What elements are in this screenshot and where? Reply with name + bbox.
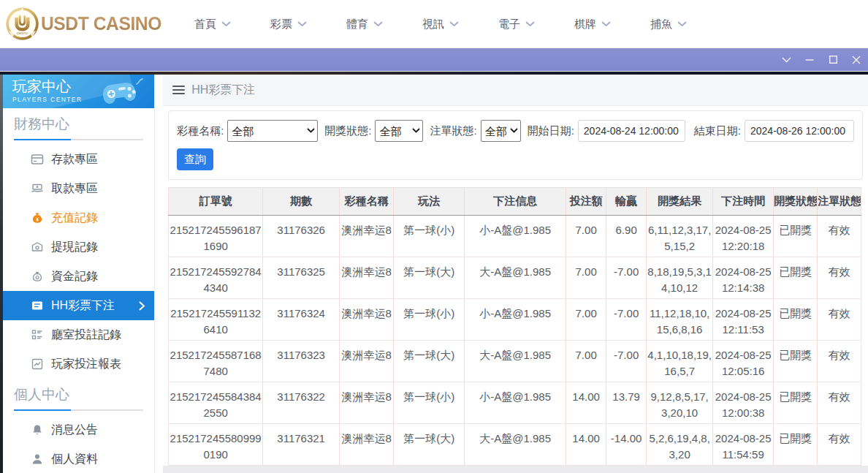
brand-name: USDT CASINO	[41, 12, 161, 35]
window-dropdown-button[interactable]	[774, 48, 798, 71]
lottery-name-select[interactable]: 全部	[227, 120, 318, 142]
sidebar-item-icon	[31, 357, 44, 371]
table-cell: 31176321	[263, 424, 340, 466]
sidebar-section-title: 個人中心	[14, 386, 154, 404]
order-status-select[interactable]: 全部	[481, 120, 521, 142]
chevron-down-icon	[449, 21, 459, 27]
table-footer-strip	[163, 466, 868, 473]
hamburger-menu-icon[interactable]	[172, 86, 185, 94]
column-header: 玩法	[394, 188, 465, 216]
sidebar-item[interactable]: 消息公告	[3, 415, 154, 444]
brand-logo[interactable]: casino USDT CASINO	[5, 7, 168, 41]
sidebar-item-label: 取款專區	[51, 181, 98, 197]
query-button[interactable]: 查詢	[177, 148, 213, 170]
top-nav: 首頁 彩票 體育 視訊	[194, 0, 726, 48]
sidebar-item[interactable]: 個人資料	[3, 444, 154, 473]
top-nav-item-label: 捕魚	[650, 18, 672, 31]
filter-panel: 彩種名稱: 全部 開獎狀態: 全部 注單狀態:	[168, 110, 863, 180]
sidebar-item-label: 充值記錄	[51, 211, 98, 226]
start-date-input[interactable]	[578, 120, 685, 142]
sidebar: 玩家中心 PLAYERS CENTER	[3, 75, 163, 473]
draw-status-label: 開獎狀態:	[324, 124, 371, 138]
sidebar-item-icon	[31, 328, 44, 341]
chevron-down-icon	[525, 21, 535, 27]
top-nav-item-label: 棋牌	[574, 18, 596, 31]
bets-table-header: 訂單號期數彩種名稱玩法下注信息投注額輸贏開獎結果下注時間開獎狀態注單狀態	[169, 188, 861, 216]
top-nav-item-label: 視訊	[422, 18, 444, 31]
table-cell: 6,11,12,3,17,5,15,2	[647, 216, 713, 257]
sidebar-item[interactable]: 存款專區	[3, 145, 154, 174]
sidebar-item-icon	[31, 153, 44, 166]
top-nav-item[interactable]: 首頁	[194, 0, 270, 48]
table-cell: 有效	[818, 257, 861, 299]
table-cell: 已開獎	[774, 341, 818, 382]
sidebar-item[interactable]: 取款專區	[3, 174, 154, 203]
table-cell: 2024-08-25 12:20:18	[713, 216, 774, 257]
sidebar-item[interactable]: 充值記錄	[3, 203, 154, 232]
top-nav-item[interactable]: 棋牌	[574, 0, 650, 48]
top-nav-item[interactable]: 捕魚	[650, 0, 726, 48]
column-header: 期數	[263, 188, 340, 216]
window-maximize-button[interactable]	[821, 48, 845, 71]
column-header: 下注時間	[713, 188, 774, 216]
top-nav-item[interactable]: 電子	[498, 0, 574, 48]
table-cell: 第一球(大)	[394, 424, 465, 466]
sidebar-header: 玩家中心 PLAYERS CENTER	[3, 75, 154, 108]
sidebar-item-label: 廳室投註記錄	[51, 328, 121, 343]
table-cell: 有效	[818, 382, 861, 424]
column-header: 投注額	[566, 188, 606, 216]
table-cell: 2152172455871687480	[169, 341, 263, 382]
maximize-icon	[829, 56, 837, 64]
main-content: HH彩票下注 彩種名稱: 全部 開獎狀態: 全部	[163, 75, 868, 473]
table-cell: 大-A盤@1.985	[465, 424, 566, 466]
table-cell: 6.90	[606, 216, 647, 257]
brand-coin-caption: casino	[17, 31, 28, 35]
table-cell: 澳洲幸运8	[340, 424, 394, 466]
sidebar-item-label: 消息公告	[51, 423, 98, 438]
brand-coin-icon: casino	[5, 7, 39, 41]
table-cell: 14.00	[566, 424, 606, 466]
table-cell: 有效	[818, 216, 861, 257]
table-cell: 2024-08-25 12:11:53	[713, 299, 774, 341]
table-cell: 7.00	[566, 216, 606, 257]
sidebar-section: 個人中心 消息公告 個人資料	[3, 379, 154, 473]
sidebar-section-title: 財務中心	[14, 116, 154, 133]
table-cell: 澳洲幸运8	[340, 257, 394, 299]
bets-table: 訂單號期數彩種名稱玩法下注信息投注額輸贏開獎結果下注時間開獎狀態注單狀態 215…	[168, 187, 861, 466]
sidebar-item[interactable]: 提現記錄	[3, 232, 154, 262]
table-cell: 澳洲幸运8	[340, 299, 394, 341]
table-cell: 11,12,18,10,15,6,8,16	[647, 299, 713, 341]
table-cell: 有效	[818, 341, 861, 382]
top-nav-item[interactable]: 體育	[346, 0, 422, 48]
table-cell: 2152172455843842550	[169, 382, 263, 424]
top-nav-item[interactable]: 視訊	[422, 0, 498, 48]
table-cell: -7.00	[606, 299, 647, 341]
top-nav-item-label: 電子	[498, 18, 520, 31]
table-cell: 2024-08-25 12:05:16	[713, 341, 774, 382]
window-minimize-button[interactable]	[798, 48, 821, 71]
window-close-button[interactable]	[845, 48, 868, 71]
table-cell: 5,2,6,19,4,8,3,20	[647, 424, 713, 466]
window-title-bar	[0, 48, 868, 71]
chevron-down-icon	[373, 21, 383, 27]
table-cell: 有效	[818, 424, 861, 466]
column-header: 開獎狀態	[774, 188, 818, 216]
table-cell: 31176324	[263, 299, 340, 341]
sidebar-item[interactable]: HH彩票下注	[3, 291, 154, 320]
draw-status-select[interactable]: 全部	[375, 120, 423, 142]
chevron-down-icon	[221, 21, 231, 27]
sidebar-item-icon	[31, 299, 44, 312]
sidebar-item[interactable]: 資金記錄	[3, 262, 154, 291]
table-cell: 已開獎	[774, 382, 818, 424]
gamepad-icon	[100, 77, 148, 108]
table-cell: 第一球(小)	[394, 299, 465, 341]
sidebar-item[interactable]: 玩家投注報表	[3, 349, 154, 379]
top-nav-item[interactable]: 彩票	[270, 0, 346, 48]
table-cell: 2024-08-25 11:54:59	[713, 424, 774, 466]
sidebar-item[interactable]: 廳室投註記錄	[3, 320, 154, 349]
table-row: 215217245584384255031176322澳洲幸运8第一球(小)小-…	[169, 382, 861, 424]
end-date-input[interactable]	[745, 120, 854, 142]
sidebar-section: 財務中心 存款專區 取款專區 充	[3, 108, 154, 379]
table-cell: 小-A盤@1.985	[465, 299, 566, 341]
top-nav-item-label: 體育	[346, 18, 368, 31]
